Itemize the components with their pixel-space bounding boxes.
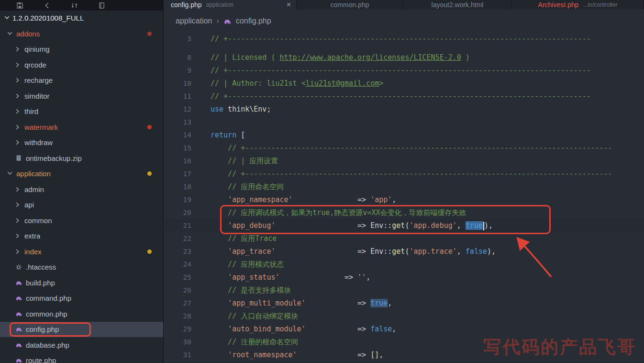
tree-item-simditor[interactable]: simditor xyxy=(0,88,163,104)
line-number[interactable]: 21 xyxy=(164,219,191,232)
line-number[interactable]: 16 xyxy=(164,155,191,168)
code-line-9[interactable]: 9// +-----------------------------------… xyxy=(164,64,644,77)
line-number[interactable]: 26 xyxy=(164,284,191,297)
chevron-right-icon[interactable] xyxy=(15,202,21,207)
breadcrumb-file[interactable]: config.php xyxy=(236,17,271,25)
code-area[interactable]: 3// +-----------------------------------… xyxy=(164,33,644,363)
code-line-16[interactable]: 16 // | 应用设置 xyxy=(164,155,644,168)
line-number[interactable]: 14 xyxy=(164,129,191,142)
line-number[interactable]: 3 xyxy=(164,33,191,45)
code-line-22[interactable]: 22 // 应用Trace xyxy=(164,232,644,245)
tree-item-.htaccess[interactable]: .htaccess xyxy=(0,260,163,275)
tab-config.php[interactable]: config.phpapplication× xyxy=(164,0,297,10)
code-line-12[interactable]: 12use think\Env; xyxy=(164,103,644,116)
tree-item-api[interactable]: api xyxy=(0,197,163,213)
save-icon[interactable] xyxy=(16,2,23,9)
tree-item-command.php[interactable]: command.php xyxy=(0,291,163,306)
code-line-11[interactable]: 11// +----------------------------------… xyxy=(164,90,644,103)
code-line-28[interactable]: 28 // 入口自动绑定模块 xyxy=(164,310,644,323)
tree-item-build.php[interactable]: build.php xyxy=(0,275,163,291)
project-root[interactable]: 1.2.0.20201008_FULL xyxy=(0,11,163,25)
tree-item-common.php[interactable]: common.php xyxy=(0,306,163,322)
arrow-left-icon[interactable] xyxy=(44,2,51,9)
line-number[interactable]: 30 xyxy=(164,336,191,349)
line-number[interactable]: 8 xyxy=(164,51,191,64)
close-icon[interactable]: × xyxy=(287,1,296,9)
code-line-19[interactable]: 19 'app_namespace' => 'app', xyxy=(164,193,644,206)
code-line-14[interactable]: 14return [ xyxy=(164,129,644,142)
tree-item-database.php[interactable]: database.php xyxy=(0,337,163,353)
line-number[interactable]: 25 xyxy=(164,271,191,284)
tree-item-third[interactable]: third xyxy=(0,104,163,120)
line-number[interactable]: 22 xyxy=(164,232,191,245)
code-line-18[interactable]: 18 // 应用命名空间 xyxy=(164,181,644,193)
chevron-right-icon[interactable] xyxy=(15,125,21,130)
chevron-right-icon[interactable] xyxy=(15,109,21,114)
line-number[interactable]: 19 xyxy=(164,193,191,206)
tree-item-extra[interactable]: extra xyxy=(0,228,163,244)
line-number[interactable]: 11 xyxy=(164,90,191,103)
line-number[interactable]: 27 xyxy=(164,297,191,310)
line-number[interactable]: 10 xyxy=(164,77,191,90)
tree-item-config.php[interactable]: config.php xyxy=(0,322,163,338)
code-line-23[interactable]: 23 'app_trace' => Env::get('app.trace', … xyxy=(164,245,644,258)
tree-item-addons[interactable]: addons xyxy=(0,26,163,42)
line-number[interactable]: 12 xyxy=(164,103,191,116)
tab-ArchivesI.php[interactable]: ArchivesI.php...in/controller xyxy=(512,0,644,10)
code-line-29[interactable]: 29 'auto_bind_module' => false, xyxy=(164,323,644,336)
chevron-right-icon[interactable] xyxy=(15,93,21,99)
code-line-21[interactable]: 21 'app_debug' => Env::get('app.debug', … xyxy=(164,219,644,232)
code-line-17[interactable]: 17 // +---------------------------------… xyxy=(164,168,644,181)
line-number[interactable]: 18 xyxy=(164,181,191,193)
line-number[interactable]: 15 xyxy=(164,142,191,155)
code-line-13[interactable]: 13 xyxy=(164,116,644,129)
line-number[interactable]: 31 xyxy=(164,349,191,362)
chevron-right-icon[interactable] xyxy=(15,187,21,192)
tree-item-application[interactable]: application xyxy=(0,166,163,182)
code-line-30[interactable]: 30 // 注册的根命名空间 xyxy=(164,336,644,349)
code-line-15[interactable]: 15 // +---------------------------------… xyxy=(164,142,644,155)
chevron-right-icon[interactable] xyxy=(15,62,21,68)
code-line-24[interactable]: 24 // 应用模式状态 xyxy=(164,258,644,271)
line-number[interactable]: 20 xyxy=(164,206,191,219)
code-line-26[interactable]: 26 // 是否支持多模块 xyxy=(164,284,644,297)
tree-item-admin[interactable]: admin xyxy=(0,182,163,197)
chevron-right-icon[interactable] xyxy=(15,78,21,83)
line-number[interactable]: 13 xyxy=(164,116,191,129)
tree-item-common[interactable]: common xyxy=(0,213,163,228)
book-icon[interactable] xyxy=(98,2,105,9)
chevron-right-icon[interactable] xyxy=(15,218,21,223)
line-number[interactable]: 29 xyxy=(164,323,191,336)
tree-item-ontimebackup.zip[interactable]: ontimebackup.zip xyxy=(0,150,163,166)
tree-item-qrcode[interactable]: qrcode xyxy=(0,57,163,73)
code-line-25[interactable]: 25 'app_status' => '', xyxy=(164,271,644,284)
chevron-down-icon[interactable] xyxy=(7,31,12,37)
tree-item-route.php[interactable]: route.php xyxy=(0,353,163,363)
code-line-8[interactable]: 8// | Licensed ( http://www.apache.org/l… xyxy=(164,51,644,64)
line-number[interactable]: 9 xyxy=(164,64,191,77)
code-line-20[interactable]: 20 // 应用调试模式，如果为true,静态资源v=XX会变化，导致前端缓存失… xyxy=(164,206,644,219)
code-line-27[interactable]: 27 'app_multi_module' => true, xyxy=(164,297,644,310)
line-number[interactable]: 23 xyxy=(164,245,191,258)
swap-icon[interactable] xyxy=(71,2,78,9)
code-line-31[interactable]: 31 'root_namespace' => [], xyxy=(164,349,644,362)
tree-item-recharge[interactable]: recharge xyxy=(0,73,163,89)
chevron-right-icon[interactable] xyxy=(15,46,21,52)
tree-item-index[interactable]: index xyxy=(0,244,163,260)
chevron-right-icon[interactable] xyxy=(15,140,21,145)
breadcrumb-folder[interactable]: application xyxy=(176,17,212,25)
chevron-down-icon[interactable] xyxy=(7,170,12,177)
code-line-3[interactable]: 3// +-----------------------------------… xyxy=(164,33,644,45)
tree-item-withdraw[interactable]: withdraw xyxy=(0,135,163,151)
chevron-right-icon[interactable] xyxy=(15,233,21,238)
line-number[interactable]: 17 xyxy=(164,168,191,181)
tree-item-qiniumg[interactable]: qiniumg xyxy=(0,42,163,57)
chevron-right-icon[interactable] xyxy=(15,249,21,254)
code-line-10[interactable]: 10// | Author: liu21st <liu21st@gmail.co… xyxy=(164,77,644,90)
tree-item-watermark[interactable]: watermark xyxy=(0,119,163,135)
tab-layout2.work.html[interactable]: layout2.work.html xyxy=(403,0,512,10)
file-tree[interactable]: addonsqiniumgqrcoderechargesimditorthird… xyxy=(0,25,163,363)
tab-common.php[interactable]: common.php xyxy=(297,0,403,10)
line-number[interactable]: 24 xyxy=(164,258,191,271)
line-number[interactable]: 28 xyxy=(164,310,191,323)
